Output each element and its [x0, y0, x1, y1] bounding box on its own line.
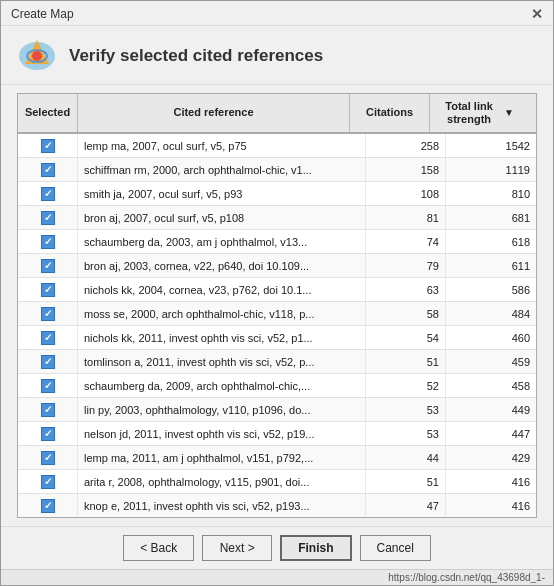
row-checkbox[interactable] — [41, 403, 55, 417]
citations-cell: 52 — [366, 374, 446, 397]
strength-cell: 484 — [446, 302, 536, 325]
table-row: schaumberg da, 2009, arch ophthalmol-chi… — [18, 374, 536, 398]
table-row: nichols kk, 2011, invest ophth vis sci, … — [18, 326, 536, 350]
strength-cell: 447 — [446, 422, 536, 445]
cited-reference-cell: tomlinson a, 2011, invest ophth vis sci,… — [78, 350, 366, 373]
cited-reference-cell: nichols kk, 2004, cornea, v23, p762, doi… — [78, 278, 366, 301]
next-button[interactable]: Next > — [202, 535, 272, 561]
row-checkbox[interactable] — [41, 163, 55, 177]
row-checkbox[interactable] — [41, 259, 55, 273]
row-checkbox[interactable] — [41, 355, 55, 369]
cited-reference-cell: knop e, 2011, invest ophth vis sci, v52,… — [78, 494, 366, 517]
row-checkbox[interactable] — [41, 307, 55, 321]
checkbox-cell — [18, 422, 78, 445]
cited-reference-cell: lin py, 2003, ophthalmology, v110, p1096… — [78, 398, 366, 421]
cited-reference-cell: schiffman rm, 2000, arch ophthalmol-chic… — [78, 158, 366, 181]
citations-cell: 158 — [366, 158, 446, 181]
checkbox-cell — [18, 182, 78, 205]
strength-cell: 618 — [446, 230, 536, 253]
citations-cell: 47 — [366, 494, 446, 517]
status-bar: https://blog.csdn.net/qq_43698d_1- — [1, 569, 553, 585]
checkbox-cell — [18, 398, 78, 421]
citations-cell: 53 — [366, 422, 446, 445]
table-row: bron aj, 2007, ocul surf, v5, p10881681 — [18, 206, 536, 230]
citations-cell: 54 — [366, 326, 446, 349]
table-header-row: Selected Cited reference Citations Total… — [18, 94, 536, 134]
citations-cell: 74 — [366, 230, 446, 253]
references-table: Selected Cited reference Citations Total… — [17, 93, 537, 518]
checkbox-cell — [18, 326, 78, 349]
row-checkbox[interactable] — [41, 187, 55, 201]
checkbox-cell — [18, 254, 78, 277]
citations-cell: 58 — [366, 302, 446, 325]
strength-cell: 611 — [446, 254, 536, 277]
cancel-button[interactable]: Cancel — [360, 535, 431, 561]
row-checkbox[interactable] — [41, 475, 55, 489]
row-checkbox[interactable] — [41, 451, 55, 465]
status-text: https://blog.csdn.net/qq_43698d_1- — [388, 572, 545, 583]
checkbox-cell — [18, 230, 78, 253]
table-row: schaumberg da, 2003, am j ophthalmol, v1… — [18, 230, 536, 254]
cited-reference-cell: schaumberg da, 2003, am j ophthalmol, v1… — [78, 230, 366, 253]
table-row: knop e, 2011, invest ophth vis sci, v52,… — [18, 494, 536, 517]
strength-cell: 458 — [446, 374, 536, 397]
dialog-header: Verify selected cited references — [1, 26, 553, 85]
cited-reference-cell: smith ja, 2007, ocul surf, v5, p93 — [78, 182, 366, 205]
row-checkbox[interactable] — [41, 427, 55, 441]
citations-cell: 51 — [366, 470, 446, 493]
strength-cell: 459 — [446, 350, 536, 373]
table-row: lemp ma, 2007, ocul surf, v5, p752581542 — [18, 134, 536, 158]
col-header-cited-ref: Cited reference — [78, 94, 350, 132]
row-checkbox[interactable] — [41, 211, 55, 225]
row-checkbox[interactable] — [41, 139, 55, 153]
checkbox-cell — [18, 278, 78, 301]
checkbox-cell — [18, 374, 78, 397]
row-checkbox[interactable] — [41, 283, 55, 297]
checkbox-cell — [18, 206, 78, 229]
cited-reference-cell: nichols kk, 2011, invest ophth vis sci, … — [78, 326, 366, 349]
table-row: lemp ma, 2011, am j ophthalmol, v151, p7… — [18, 446, 536, 470]
citations-cell: 44 — [366, 446, 446, 469]
create-map-window: Create Map ✕ Verify selected cited refer… — [0, 0, 554, 586]
citations-cell: 258 — [366, 134, 446, 157]
strength-cell: 416 — [446, 470, 536, 493]
row-checkbox[interactable] — [41, 235, 55, 249]
checkbox-cell — [18, 350, 78, 373]
cited-reference-cell: arita r, 2008, ophthalmology, v115, p901… — [78, 470, 366, 493]
title-bar: Create Map ✕ — [1, 1, 553, 26]
table-row: nelson jd, 2011, invest ophth vis sci, v… — [18, 422, 536, 446]
cited-reference-cell: nelson jd, 2011, invest ophth vis sci, v… — [78, 422, 366, 445]
table-body: lemp ma, 2007, ocul surf, v5, p752581542… — [18, 134, 536, 517]
strength-cell: 1119 — [446, 158, 536, 181]
strength-cell: 416 — [446, 494, 536, 517]
finish-button[interactable]: Finish — [280, 535, 351, 561]
strength-cell: 460 — [446, 326, 536, 349]
close-button[interactable]: ✕ — [531, 7, 543, 21]
table-row: nichols kk, 2004, cornea, v23, p762, doi… — [18, 278, 536, 302]
checkbox-cell — [18, 494, 78, 517]
window-title: Create Map — [11, 7, 74, 21]
row-checkbox[interactable] — [41, 331, 55, 345]
checkbox-cell — [18, 470, 78, 493]
table-row: schiffman rm, 2000, arch ophthalmol-chic… — [18, 158, 536, 182]
col-header-strength: Total link strength ▼ — [430, 94, 520, 132]
row-checkbox[interactable] — [41, 379, 55, 393]
cited-reference-cell: moss se, 2000, arch ophthalmol-chic, v11… — [78, 302, 366, 325]
table-row: moss se, 2000, arch ophthalmol-chic, v11… — [18, 302, 536, 326]
svg-point-2 — [32, 51, 42, 61]
citations-cell: 63 — [366, 278, 446, 301]
dialog-title: Verify selected cited references — [69, 46, 323, 66]
table-row: lin py, 2003, ophthalmology, v110, p1096… — [18, 398, 536, 422]
citations-cell: 53 — [366, 398, 446, 421]
cited-reference-cell: lemp ma, 2011, am j ophthalmol, v151, p7… — [78, 446, 366, 469]
row-checkbox[interactable] — [41, 499, 55, 513]
strength-cell: 1542 — [446, 134, 536, 157]
back-button[interactable]: < Back — [123, 535, 194, 561]
col-header-selected: Selected — [18, 94, 78, 132]
sort-arrow-icon[interactable]: ▼ — [504, 107, 514, 119]
table-area: Selected Cited reference Citations Total… — [1, 85, 553, 526]
citations-cell: 79 — [366, 254, 446, 277]
cited-reference-cell: schaumberg da, 2009, arch ophthalmol-chi… — [78, 374, 366, 397]
checkbox-cell — [18, 446, 78, 469]
table-row: bron aj, 2003, cornea, v22, p640, doi 10… — [18, 254, 536, 278]
